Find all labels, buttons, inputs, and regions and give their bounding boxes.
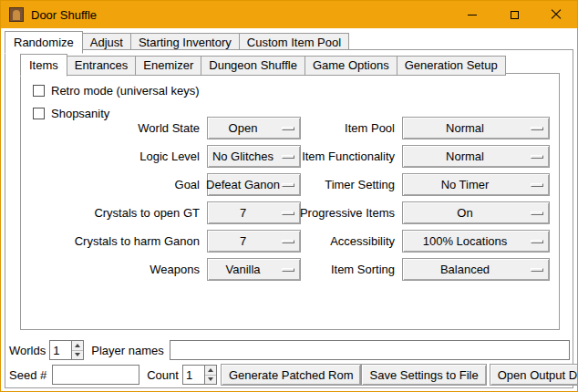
- count-spin-arrows: [204, 365, 217, 385]
- close-icon: [551, 9, 562, 20]
- dropdown-indicator-icon: [282, 211, 294, 215]
- tab-items[interactable]: Items: [20, 54, 67, 77]
- maximize-icon: [511, 11, 519, 19]
- window-controls: [451, 1, 577, 28]
- item-pool-value: Normal: [446, 121, 484, 135]
- progressive-items-dropdown[interactable]: On: [402, 201, 550, 224]
- timer-setting-value: No Timer: [441, 178, 490, 191]
- tab-generation-setup[interactable]: Generation Setup: [397, 56, 506, 76]
- item-sorting-value: Balanced: [440, 263, 490, 276]
- count-spinner: [182, 365, 217, 385]
- item-functionality-row: Item Functionality Normal: [294, 142, 550, 170]
- timer-setting-label: Timer Setting: [294, 178, 395, 191]
- crystals-ganon-row: Crystals to harm Ganon 7: [21, 227, 301, 255]
- world-state-value: Open: [229, 121, 258, 135]
- item-pool-row: Item Pool Normal: [294, 114, 550, 142]
- dropdown-indicator-icon: [282, 183, 294, 187]
- count-label: Count: [147, 368, 179, 382]
- accessibility-dropdown[interactable]: 100% Locations: [402, 230, 550, 253]
- arrow-down-icon: [75, 353, 80, 356]
- seed-row: Seed # Count Generate Patched Rom Save S…: [9, 364, 570, 386]
- worlds-label: Worlds: [9, 344, 46, 357]
- worlds-row: Worlds Player names: [9, 340, 570, 360]
- seed-label: Seed #: [9, 368, 46, 382]
- worlds-spin-down-button[interactable]: [72, 351, 83, 360]
- crystals-ganon-dropdown[interactable]: 7: [207, 230, 301, 253]
- open-output-directory-button[interactable]: Open Output Directory: [490, 364, 578, 386]
- dropdown-indicator-icon: [531, 183, 543, 187]
- item-functionality-dropdown[interactable]: Normal: [402, 145, 550, 168]
- arrow-up-icon: [75, 344, 80, 347]
- progressive-items-label: Progressive Items: [294, 206, 395, 220]
- randomize-panel: Items Entrances Enemizer Dungeon Shuffle…: [5, 49, 573, 388]
- client-area: Randomize Adjust Starting Inventory Cust…: [1, 28, 577, 391]
- weapons-value: Vanilla: [225, 263, 260, 276]
- accessibility-label: Accessibility: [294, 234, 395, 248]
- save-settings-button[interactable]: Save Settings to File: [361, 364, 486, 386]
- dropdown-indicator-icon: [531, 268, 543, 272]
- item-sorting-dropdown[interactable]: Balanced: [402, 258, 550, 281]
- settings-column-left: World State Open Logic Level No Glitches: [21, 114, 301, 284]
- dropdown-indicator-icon: [531, 127, 543, 130]
- goal-dropdown[interactable]: Defeat Ganon: [207, 173, 301, 196]
- inner-tab-bar: Items Entrances Enemizer Dungeon Shuffle…: [20, 54, 505, 76]
- count-spin-down-button[interactable]: [205, 376, 216, 385]
- seed-input[interactable]: [52, 365, 139, 385]
- item-sorting-label: Item Sorting: [294, 263, 395, 276]
- count-spin-up-button[interactable]: [205, 366, 216, 376]
- worlds-spinner: [49, 340, 84, 360]
- crystals-gt-dropdown[interactable]: 7: [207, 201, 301, 224]
- worlds-spin-up-button[interactable]: [72, 341, 83, 351]
- titlebar[interactable]: Door Shuffle: [1, 1, 577, 28]
- item-functionality-value: Normal: [446, 150, 484, 163]
- logic-level-value: No Glitches: [212, 150, 274, 163]
- crystals-ganon-value: 7: [240, 234, 246, 248]
- retro-mode-checkbox[interactable]: [33, 85, 45, 97]
- timer-setting-row: Timer Setting No Timer: [294, 170, 550, 199]
- app-window: Door Shuffle Randomize Adjust Starting I…: [0, 0, 578, 392]
- app-icon: [9, 7, 24, 22]
- dropdown-indicator-icon: [282, 155, 294, 159]
- tab-entrances[interactable]: Entrances: [67, 56, 137, 76]
- dropdown-indicator-icon: [531, 211, 543, 215]
- goal-label: Goal: [21, 178, 200, 191]
- progressive-items-value: On: [457, 206, 472, 220]
- logic-level-dropdown[interactable]: No Glitches: [207, 145, 301, 168]
- count-input[interactable]: [182, 365, 204, 385]
- generate-patched-rom-button[interactable]: Generate Patched Rom: [221, 364, 362, 386]
- tab-game-options[interactable]: Game Options: [304, 56, 397, 76]
- retro-mode-label: Retro mode (universal keys): [51, 84, 200, 98]
- crystals-gt-label: Crystals to open GT: [21, 206, 200, 220]
- weapons-row: Weapons Vanilla: [21, 255, 301, 284]
- item-pool-dropdown[interactable]: Normal: [402, 117, 550, 139]
- item-sorting-row: Item Sorting Balanced: [294, 255, 550, 284]
- dropdown-indicator-icon: [282, 268, 294, 272]
- item-pool-label: Item Pool: [294, 121, 395, 135]
- minimize-icon: [468, 15, 477, 15]
- crystals-ganon-label: Crystals to harm Ganon: [21, 234, 200, 248]
- window-title: Door Shuffle: [31, 8, 97, 22]
- logic-level-row: Logic Level No Glitches: [21, 142, 301, 170]
- world-state-dropdown[interactable]: Open: [207, 117, 301, 139]
- dropdown-indicator-icon: [282, 240, 294, 243]
- tab-dungeon-shuffle[interactable]: Dungeon Shuffle: [201, 56, 305, 76]
- accessibility-value: 100% Locations: [423, 234, 508, 248]
- items-panel: Retro mode (universal keys) Shopsanity W…: [20, 73, 560, 330]
- goal-row: Goal Defeat Ganon: [21, 170, 301, 199]
- timer-setting-dropdown[interactable]: No Timer: [402, 173, 550, 196]
- arrow-up-icon: [208, 368, 213, 372]
- tab-enemizer[interactable]: Enemizer: [135, 56, 201, 76]
- settings-column-right: Item Pool Normal Item Functionality Norm…: [294, 114, 550, 284]
- worlds-spin-arrows: [71, 340, 84, 360]
- goal-value: Defeat Ganon: [206, 178, 280, 191]
- crystals-gt-value: 7: [240, 206, 246, 220]
- player-names-input[interactable]: [170, 340, 570, 360]
- tab-randomize[interactable]: Randomize: [5, 31, 83, 54]
- worlds-input[interactable]: [49, 340, 71, 360]
- minimize-button[interactable]: [451, 1, 493, 28]
- close-button[interactable]: [535, 1, 577, 28]
- crystals-gt-row: Crystals to open GT 7: [21, 199, 301, 227]
- maximize-button[interactable]: [493, 1, 535, 28]
- progressive-items-row: Progressive Items On: [294, 199, 550, 227]
- weapons-dropdown[interactable]: Vanilla: [207, 258, 301, 281]
